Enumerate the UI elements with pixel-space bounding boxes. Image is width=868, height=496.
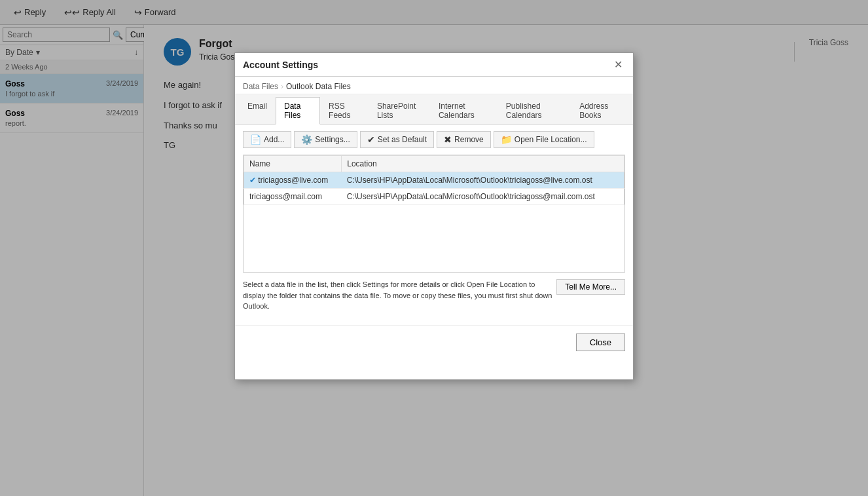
table-cell-location: C:\Users\HP\AppData\Local\Microsoft\Outl… — [342, 189, 624, 205]
table-row[interactable]: ✔ triciagoss@live.com C:\Users\HP\AppDat… — [244, 172, 624, 189]
action-icon: 📄 — [250, 134, 261, 145]
default-checkmark: ✔ — [249, 176, 258, 185]
modal-overlay: Account Settings ✕ Data Files › Outlook … — [0, 0, 868, 496]
action-icon: 📁 — [501, 134, 512, 145]
data-files-table: Name Location ✔ triciagoss@live.com C:\U… — [244, 155, 624, 205]
tab-data-files[interactable]: Data Files — [276, 97, 320, 124]
dialog-title: Account Settings — [243, 60, 318, 70]
dialog-close-footer-button[interactable]: Close — [576, 334, 625, 351]
dialog-close-button[interactable]: ✕ — [611, 58, 625, 71]
table-cell-name: ✔ triciagoss@live.com — [244, 172, 342, 189]
tab-address-books[interactable]: Address Books — [571, 97, 629, 124]
action-row: 📄Add...⚙️Settings...✔Set as Default✖Remo… — [243, 131, 625, 148]
action-btn-settings---[interactable]: ⚙️Settings... — [294, 131, 357, 148]
action-icon: ✔ — [367, 134, 375, 145]
dialog-footer: Close — [235, 325, 633, 359]
dialog-content: 📄Add...⚙️Settings...✔Set as Default✖Remo… — [235, 124, 633, 325]
account-settings-dialog: Account Settings ✕ Data Files › Outlook … — [234, 52, 634, 380]
dialog-tabs: EmailData FilesRSS FeedsSharePoint Lists… — [235, 94, 633, 124]
breadcrumb-child: Outlook Data Files — [286, 82, 351, 91]
table-header-name: Name — [244, 156, 342, 172]
dialog-breadcrumb: Data Files › Outlook Data Files — [235, 77, 633, 94]
info-section: Tell Me More... Select a data file in th… — [243, 279, 625, 318]
table-header-location: Location — [342, 156, 624, 172]
table-row[interactable]: triciagoss@mail.com C:\Users\HP\AppData\… — [244, 189, 624, 205]
breadcrumb-parent: Data Files — [243, 82, 278, 91]
tab-internet-calendars[interactable]: Internet Calendars — [430, 97, 497, 124]
tab-rss-feeds[interactable]: RSS Feeds — [320, 97, 369, 124]
tab-sharepoint-lists[interactable]: SharePoint Lists — [369, 97, 430, 124]
data-files-table-container[interactable]: Name Location ✔ triciagoss@live.com C:\U… — [243, 155, 625, 273]
tell-more-button[interactable]: Tell Me More... — [556, 279, 625, 295]
action-btn-add---[interactable]: 📄Add... — [243, 131, 291, 148]
dialog-titlebar: Account Settings ✕ — [235, 53, 633, 77]
action-btn-open-file-location---[interactable]: 📁Open File Location... — [494, 131, 594, 148]
tab-published-calendars[interactable]: Published Calendars — [497, 97, 571, 124]
table-cell-location: C:\Users\HP\AppData\Local\Microsoft\Outl… — [342, 172, 624, 189]
action-icon: ⚙️ — [301, 134, 312, 145]
action-icon: ✖ — [444, 134, 452, 145]
breadcrumb-separator: › — [281, 82, 283, 91]
tab-email[interactable]: Email — [239, 97, 276, 124]
action-btn-remove[interactable]: ✖Remove — [437, 131, 491, 148]
action-btn-set-as-default[interactable]: ✔Set as Default — [360, 131, 434, 148]
table-cell-name: triciagoss@mail.com — [244, 189, 342, 205]
